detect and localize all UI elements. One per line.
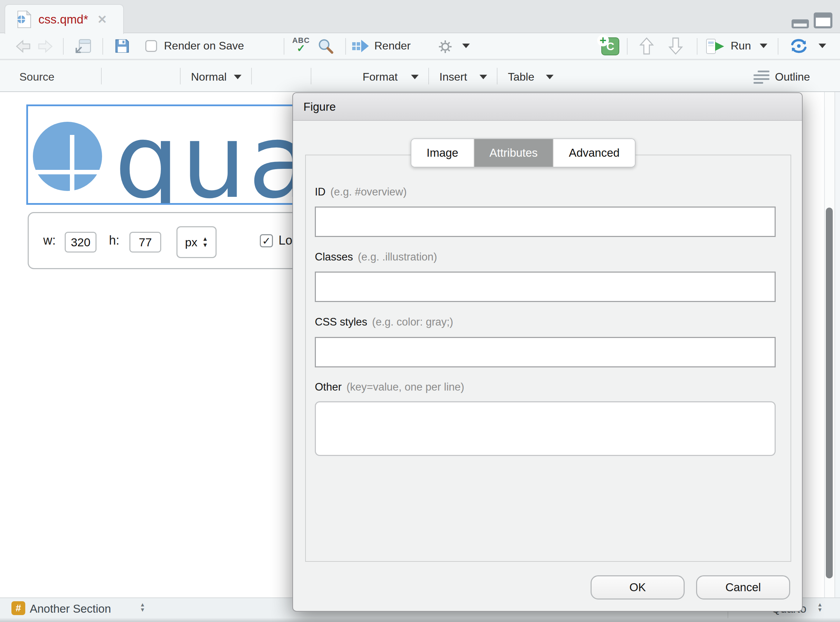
tab-attributes[interactable]: Attributes (474, 139, 553, 167)
next-chunk-icon[interactable] (668, 37, 684, 55)
minimize-icon[interactable] (791, 19, 809, 28)
divider (284, 38, 284, 55)
source-sync-icon[interactable] (790, 37, 808, 55)
open-in-new-window-icon[interactable] (74, 37, 92, 55)
tab-title: css.qmd* (38, 12, 88, 26)
render-icon[interactable] (352, 38, 371, 54)
units-select[interactable]: px ▲▼ (177, 226, 216, 258)
section-selector[interactable]: Another Section (30, 602, 111, 616)
table-menu[interactable]: Table (508, 70, 535, 83)
engine-selector-arrows-icon[interactable]: ▲▼ (817, 602, 823, 612)
render-on-save-label[interactable]: Render on Save (164, 40, 244, 52)
id-field-label: ID(e.g. #overview) (315, 186, 407, 198)
quarto-file-icon (16, 11, 32, 28)
width-input[interactable] (65, 232, 96, 253)
divider (697, 38, 697, 55)
tab-strip: css.qmd* ✕ (0, 0, 840, 33)
classes-field-label: Classes(e.g. .illustration) (315, 251, 437, 263)
divider (345, 38, 346, 55)
run-button[interactable]: Run (731, 40, 751, 52)
divider (428, 68, 429, 84)
window-bottom-edge (0, 618, 840, 622)
divider (101, 68, 102, 84)
width-label: w: (43, 233, 56, 248)
other-textarea[interactable] (315, 401, 776, 456)
insert-menu[interactable]: Insert (439, 70, 467, 83)
previous-chunk-icon[interactable] (639, 37, 654, 55)
paragraph-style-dropdown[interactable]: Normal (191, 70, 227, 83)
render-options-caret-icon[interactable] (462, 44, 470, 48)
divider (102, 38, 103, 55)
source-mode-button[interactable]: Source (19, 70, 54, 83)
figure-dialog: Figure Image Attributes Advanced ID(e.g.… (292, 92, 803, 611)
main-toolbar: Render on Save ABC ✓ Render C + (0, 33, 840, 59)
format-toolbar: Source Visual B I </> Normal 1 2 (0, 60, 840, 92)
insert-chunk-icon[interactable]: C + (597, 35, 620, 57)
editor-right-gutter (834, 92, 840, 598)
run-icon[interactable] (706, 38, 727, 55)
other-field-label: Other(key=value, one per line) (315, 381, 464, 393)
divider (311, 68, 311, 84)
section-hash-icon: # (11, 601, 25, 615)
insert-caret-icon[interactable] (480, 75, 487, 79)
forward-icon[interactable] (37, 38, 53, 55)
spellcheck-icon[interactable]: ABC ✓ (290, 36, 312, 53)
section-selector-arrows-icon[interactable]: ▲▼ (140, 602, 145, 612)
dialog-title: Figure (293, 93, 802, 121)
gear-icon[interactable] (437, 38, 454, 55)
cancel-button[interactable]: Cancel (696, 575, 790, 599)
classes-input[interactable] (315, 271, 776, 302)
divider (180, 68, 181, 84)
close-tab-icon[interactable]: ✕ (97, 12, 107, 26)
height-label: h: (109, 233, 119, 248)
format-caret-icon[interactable] (411, 75, 419, 79)
lock-ratio-checkbox[interactable]: ✓ (260, 234, 273, 247)
save-icon[interactable] (114, 38, 130, 54)
ok-button[interactable]: OK (590, 575, 685, 599)
run-options-caret-icon[interactable] (760, 44, 767, 48)
document-tab[interactable]: css.qmd* ✕ (5, 4, 124, 34)
render-button[interactable]: Render (374, 40, 411, 52)
sync-options-caret-icon[interactable] (819, 44, 826, 48)
divider (627, 38, 628, 55)
id-input[interactable] (315, 207, 776, 237)
back-icon[interactable] (15, 38, 32, 55)
quarto-logo-icon (33, 122, 102, 191)
paragraph-style-caret-icon[interactable] (234, 75, 241, 79)
outline-icon[interactable] (753, 69, 770, 86)
editor-scrollbar-thumb[interactable] (826, 207, 833, 578)
tab-advanced[interactable]: Advanced (553, 139, 635, 167)
tab-image[interactable]: Image (412, 139, 474, 167)
divider (778, 38, 778, 55)
divider (63, 38, 64, 55)
format-menu[interactable]: Format (363, 70, 398, 83)
units-value: px (185, 236, 198, 249)
table-caret-icon[interactable] (546, 75, 553, 79)
search-icon[interactable] (317, 37, 334, 55)
divider (497, 68, 497, 84)
css-styles-input[interactable] (315, 337, 776, 367)
dialog-tab-bar: Image Attributes Advanced (411, 139, 636, 168)
render-on-save-checkbox[interactable] (145, 40, 157, 52)
stepper-arrows-icon: ▲▼ (203, 236, 208, 248)
css-styles-field-label: CSS styles(e.g. color: gray;) (315, 316, 453, 328)
outline-button[interactable]: Outline (775, 70, 810, 83)
divider (251, 68, 252, 84)
maximize-icon[interactable] (814, 12, 832, 28)
height-input[interactable] (130, 232, 161, 253)
